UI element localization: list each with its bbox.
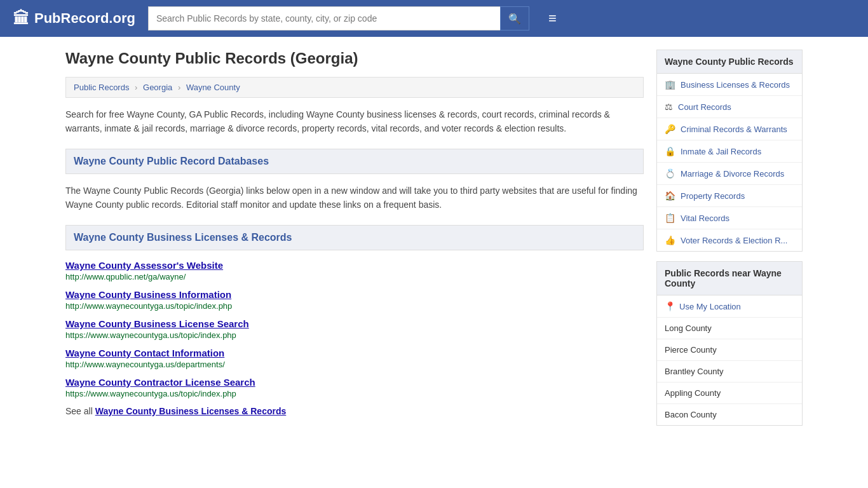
nearby-list: 📍 Use My Location Long County Pierce Cou… (656, 295, 803, 426)
sidebar-marriage-records[interactable]: 💍 Marriage & Divorce Records (657, 163, 802, 184)
page-description: Search for free Wayne County, GA Public … (65, 107, 644, 136)
record-url-business-info: http://www.waynecountyga.us/topic/index.… (65, 301, 644, 311)
logo-text: PubRecord.org (34, 10, 135, 27)
sidebar-voter-records[interactable]: 👍 Voter Records & Election R... (657, 229, 802, 251)
list-item: Bacon County (657, 404, 802, 425)
site-header: 🏛 PubRecord.org 🔍 ≡ (0, 0, 868, 37)
record-entry: Wayne County Business License Search htt… (65, 318, 644, 340)
sidebar-inmate-records[interactable]: 🔒 Inmate & Jail Records (657, 140, 802, 162)
sidebar-item-label: Voter Records & Election R... (681, 236, 787, 245)
record-entry: Wayne County Assessor's Website http://w… (65, 260, 644, 281)
breadcrumb-public-records[interactable]: Public Records (74, 83, 129, 92)
databases-section-text: The Wayne County Public Records (Georgia… (65, 184, 644, 212)
ring-icon: 💍 (665, 168, 675, 179)
sidebar-criminal-records[interactable]: 🔑 Criminal Records & Warrants (657, 118, 802, 140)
list-item: 🔒 Inmate & Jail Records (657, 140, 802, 163)
sidebar-item-label: Property Records (681, 191, 745, 201)
see-all-text: See all Wayne County Business Licenses &… (65, 406, 644, 416)
record-title-contact[interactable]: Wayne County Contact Information (65, 348, 224, 358)
list-item: ⚖ Court Records (657, 96, 802, 118)
page-title: Wayne County Public Records (Georgia) (65, 50, 644, 67)
main-content: Wayne County Public Records (Georgia) Pu… (65, 50, 644, 435)
record-entry: Wayne County Contact Information http://… (65, 348, 644, 369)
sidebar-vital-records[interactable]: 📋 Vital Records (657, 207, 802, 229)
record-url-contact: http://www.waynecountyga.us/departments/ (65, 360, 644, 369)
record-url-license-search: https://www.waynecountyga.us/topic/index… (65, 330, 644, 340)
breadcrumb: Public Records › Georgia › Wayne County (65, 77, 644, 98)
thumbsup-icon: 👍 (665, 235, 675, 245)
menu-button[interactable]: ≡ (548, 10, 557, 27)
list-item: Appling County (657, 383, 802, 404)
nearby-pierce-county[interactable]: Pierce County (657, 339, 802, 360)
list-item: 👍 Voter Records & Election R... (657, 229, 802, 251)
databases-section-header: Wayne County Public Record Databases (65, 149, 644, 174)
sidebar-property-records[interactable]: 🏠 Property Records (657, 185, 802, 207)
location-icon: 📍 (665, 301, 675, 311)
hamburger-icon: ≡ (548, 10, 557, 26)
sidebar-business-licenses[interactable]: 🏢 Business Licenses & Records (657, 74, 802, 95)
list-item: 🔑 Criminal Records & Warrants (657, 118, 802, 140)
sidebar-item-label: Business Licenses & Records (681, 80, 790, 90)
record-url-assessor: http://www.qpublic.net/ga/wayne/ (65, 272, 644, 281)
search-input[interactable] (148, 6, 500, 30)
list-item: 📍 Use My Location (657, 295, 802, 318)
record-title-business-info[interactable]: Wayne County Business Information (65, 289, 231, 300)
lock-icon: 🔒 (665, 146, 675, 156)
use-location-link[interactable]: 📍 Use My Location (657, 295, 802, 317)
record-title-license-search[interactable]: Wayne County Business License Search (65, 318, 249, 329)
sidebar-item-label: Criminal Records & Warrants (681, 125, 787, 134)
sidebar-item-label: Vital Records (681, 214, 729, 223)
search-area: 🔍 (148, 6, 529, 30)
search-button[interactable]: 🔍 (500, 6, 529, 30)
sidebar-records-title: Wayne County Public Records (656, 50, 803, 74)
record-entry: Wayne County Business Information http:/… (65, 289, 644, 311)
sidebar-records-section: Wayne County Public Records 🏢 Business L… (656, 50, 803, 252)
house-icon: 🏠 (665, 191, 675, 201)
record-entry: Wayne County Contractor License Search h… (65, 377, 644, 398)
list-item: Pierce County (657, 339, 802, 361)
use-location-label: Use My Location (679, 302, 741, 311)
list-item: Long County (657, 318, 802, 339)
nearby-appling-county[interactable]: Appling County (657, 383, 802, 403)
list-item: 🏢 Business Licenses & Records (657, 74, 802, 96)
sidebar-court-records[interactable]: ⚖ Court Records (657, 96, 802, 118)
sidebar-nearby-title: Public Records near Wayne County (656, 261, 803, 295)
see-all-link[interactable]: Wayne County Business Licenses & Records (95, 406, 287, 416)
record-title-assessor[interactable]: Wayne County Assessor's Website (65, 260, 223, 271)
breadcrumb-georgia[interactable]: Georgia (143, 83, 172, 92)
list-item: 📋 Vital Records (657, 207, 802, 229)
list-item: 🏠 Property Records (657, 185, 802, 207)
nearby-long-county[interactable]: Long County (657, 318, 802, 339)
business-section-header: Wayne County Business Licenses & Records (65, 225, 644, 250)
breadcrumb-wayne-county[interactable]: Wayne County (186, 83, 240, 92)
key-icon: 🔑 (665, 124, 675, 134)
search-icon: 🔍 (508, 13, 521, 24)
sidebar-records-list: 🏢 Business Licenses & Records ⚖ Court Re… (656, 74, 803, 252)
business-records-list: Wayne County Assessor's Website http://w… (65, 260, 644, 398)
nearby-bacon-county[interactable]: Bacon County (657, 404, 802, 425)
sidebar-item-label: Inmate & Jail Records (681, 147, 761, 156)
list-item: 💍 Marriage & Divorce Records (657, 163, 802, 185)
sidebar-item-label: Marriage & Divorce Records (681, 169, 784, 179)
sidebar: Wayne County Public Records 🏢 Business L… (656, 50, 803, 435)
record-url-contractor: https://www.waynecountyga.us/topic/index… (65, 389, 644, 398)
page-container: Wayne County Public Records (Georgia) Pu… (53, 37, 815, 448)
nearby-brantley-county[interactable]: Brantley County (657, 361, 802, 382)
clipboard-icon: 📋 (665, 213, 675, 223)
logo-icon: 🏛 (13, 9, 29, 29)
site-logo[interactable]: 🏛 PubRecord.org (13, 9, 135, 29)
sidebar-nearby-section: Public Records near Wayne County 📍 Use M… (656, 261, 803, 426)
sidebar-item-label: Court Records (678, 102, 731, 112)
building-icon: 🏢 (665, 79, 675, 90)
list-item: Brantley County (657, 361, 802, 383)
scales-icon: ⚖ (665, 102, 673, 112)
record-title-contractor[interactable]: Wayne County Contractor License Search (65, 377, 255, 388)
